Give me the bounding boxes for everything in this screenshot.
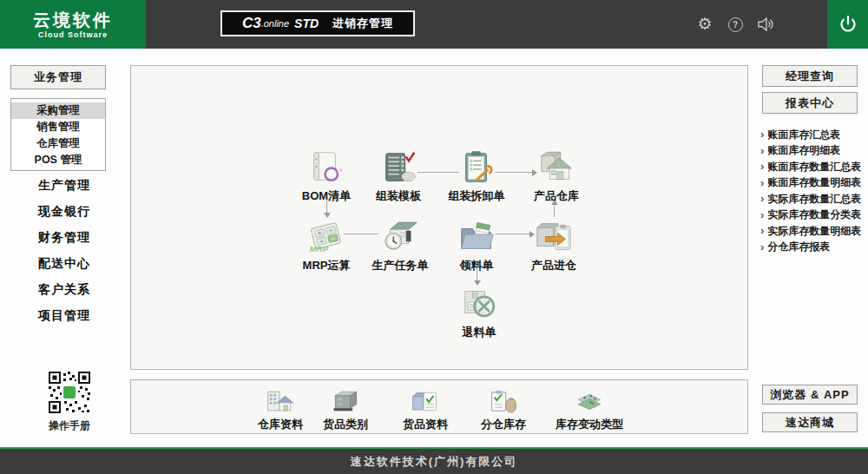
flow-node-label: 产品进仓 — [519, 258, 589, 273]
power-exit-button[interactable] — [827, 0, 868, 49]
flow-node-label: 组装模板 — [364, 188, 433, 204]
shortcut-stock-change-type[interactable]: 库存变动类型 — [546, 388, 633, 432]
shortcut-goods-category[interactable]: 货品类别 — [302, 388, 389, 432]
product-title-box: C3 .online STD 进销存管理 — [220, 10, 415, 36]
right-sidebar: 经理查询 报表中心 ›账面库存汇总表 ›账面库存明细表 ›账面库存数量汇总表 ›… — [748, 49, 868, 448]
submenu-item-warehouse[interactable]: 仓库管理 — [11, 135, 105, 152]
brand-subtitle: Cloud Software — [38, 30, 108, 39]
assembly-template-icon — [364, 149, 433, 186]
chevron-right-icon: › — [760, 210, 764, 221]
stock-change-type-icon — [546, 388, 633, 415]
report-link-book-qty-detail[interactable]: ›账面库存数量明细表 — [760, 175, 866, 192]
report-link-branch-stock-report[interactable]: ›分仓库存报表 — [760, 240, 866, 256]
flow-node-label: BOM清单 — [292, 188, 361, 204]
company-name: 速达软件技术(广州)有限公司 — [351, 454, 518, 470]
title-bar: 云境软件 Cloud Software C3 .online STD 进销存管理… — [0, 0, 868, 49]
submenu-item-purchase[interactable]: 采购管理 — [11, 102, 105, 119]
product-in-icon — [519, 219, 589, 255]
power-icon — [838, 15, 858, 34]
flow-node-label: 退料单 — [444, 325, 514, 340]
product-edition: STD — [294, 16, 319, 30]
chevron-right-icon: › — [760, 178, 764, 188]
assembly-dismantle-icon — [442, 149, 511, 186]
chevron-right-icon: › — [760, 226, 764, 236]
chevron-right-icon: › — [760, 194, 764, 204]
flow-node-label: 生产任务单 — [365, 258, 435, 273]
sidebar-item-project[interactable]: 项目管理 — [38, 308, 90, 324]
shortcut-label: 货品类别 — [302, 417, 389, 432]
chevron-right-icon: › — [760, 161, 764, 172]
submenu-item-pos[interactable]: POS 管理 — [11, 152, 105, 168]
speaker-icon[interactable] — [757, 16, 774, 33]
product-warehouse-icon — [522, 149, 591, 186]
shortcut-label: 货品资料 — [382, 417, 469, 432]
flow-node-product-warehouse[interactable]: 产品仓库 — [522, 149, 591, 204]
chevron-right-icon: › — [760, 242, 764, 253]
sidebar-item-production[interactable]: 生产管理 — [38, 178, 90, 194]
browser-app-button[interactable]: 浏览器 & APP — [762, 385, 858, 405]
sidebar-item-cash-bank[interactable]: 现金银行 — [38, 204, 90, 220]
flow-node-assembly-template[interactable]: 组装模板 — [364, 149, 433, 204]
goods-info-icon — [382, 388, 469, 415]
submenu-item-sales[interactable]: 销售管理 — [11, 119, 105, 135]
flow-node-label: 领料单 — [442, 258, 511, 273]
flow-node-mrp[interactable]: ×÷+ − MRP MRP运算 — [292, 219, 361, 273]
production-task-icon — [365, 219, 435, 255]
report-center-button[interactable]: 报表中心 — [762, 92, 858, 114]
shortcut-label: 分仓库存 — [460, 417, 547, 432]
sidebar-item-finance[interactable]: 财务管理 — [38, 230, 90, 246]
bom-list-icon — [292, 149, 361, 186]
flow-node-bom[interactable]: BOM清单 — [292, 149, 361, 204]
product-module: 进销存管理 — [332, 16, 393, 31]
branch-stock-icon — [460, 388, 547, 415]
report-link-actual-qty-detail[interactable]: ›实际库存数量明细表 — [760, 223, 866, 240]
mall-button[interactable]: 速达商城 — [762, 412, 858, 432]
material-picking-folder-icon — [442, 219, 511, 255]
flow-node-production-task[interactable]: 生产任务单 — [365, 219, 435, 273]
shortcut-label: 库存变动类型 — [546, 417, 633, 432]
manager-query-button[interactable]: 经理查询 — [762, 65, 858, 87]
material-return-icon — [444, 286, 514, 322]
report-list: ›账面库存汇总表 ›账面库存明细表 ›账面库存数量汇总表 ›账面库存数量明细表 … — [760, 127, 866, 255]
business-submenu: 采购管理 销售管理 仓库管理 POS 管理 — [10, 98, 106, 171]
left-sidebar: 业务管理 采购管理 销售管理 仓库管理 POS 管理 生产管理 现金银行 财务管… — [0, 49, 130, 448]
flow-node-assembly-dismantle[interactable]: 组装拆卸单 — [442, 149, 511, 204]
svg-text:MRP: MRP — [310, 244, 329, 253]
report-link-book-stock-detail[interactable]: ›账面库存明细表 — [760, 143, 866, 160]
brand-name: 云境软件 — [33, 10, 113, 30]
shortcut-goods-info[interactable]: 货品资料 — [382, 388, 469, 432]
flowchart-panel: BOM清单 组装模 — [130, 65, 748, 370]
report-link-actual-qty-summary[interactable]: ›实际库存数量汇总表 — [760, 191, 866, 207]
report-link-book-stock-summary[interactable]: ›账面库存汇总表 — [760, 127, 866, 143]
flow-node-label: 产品仓库 — [522, 188, 591, 204]
sidebar-item-crm[interactable]: 客户关系 — [38, 282, 90, 298]
business-management-button[interactable]: 业务管理 — [10, 65, 106, 89]
report-link-actual-qty-category[interactable]: ›实际库存数量分类表 — [760, 207, 866, 224]
shortcut-branch-stock[interactable]: 分仓库存 — [460, 388, 547, 432]
product-suffix: .online — [261, 18, 289, 29]
flow-node-product-in[interactable]: 产品进仓 — [519, 219, 589, 273]
mrp-calc-icon: ×÷+ − MRP — [292, 219, 361, 255]
app-window: 云境软件 Cloud Software C3 .online STD 进销存管理… — [0, 0, 868, 474]
flow-node-label: MRP运算 — [292, 258, 361, 273]
basedata-panel: 仓库资料 货品类别 — [130, 379, 748, 434]
chevron-right-icon: › — [760, 129, 764, 140]
manual-qr-code — [49, 372, 90, 413]
flow-node-label: 组装拆卸单 — [442, 188, 511, 204]
product-name: C3 — [242, 15, 261, 32]
report-link-book-qty-summary[interactable]: ›账面库存数量汇总表 — [760, 159, 866, 175]
flow-node-material-return[interactable]: 退料单 — [444, 286, 514, 340]
flow-node-material-picking[interactable]: 领料单 — [442, 219, 511, 273]
settings-gear-icon[interactable]: ⚙ — [696, 16, 713, 33]
help-icon[interactable]: ? — [727, 16, 744, 33]
manual-qr-label: 操作手册 — [35, 418, 104, 433]
footer: 速达软件技术(广州)有限公司 — [0, 447, 868, 474]
sidebar-item-delivery[interactable]: 配送中心 — [38, 256, 90, 272]
brand-logo: 云境软件 Cloud Software — [0, 0, 146, 49]
titlebar-actions: ⚙ ? — [696, 0, 774, 49]
footer-bar: 速达软件技术(广州)有限公司 — [0, 449, 868, 474]
chevron-right-icon: › — [760, 146, 764, 156]
goods-category-icon — [302, 388, 389, 415]
